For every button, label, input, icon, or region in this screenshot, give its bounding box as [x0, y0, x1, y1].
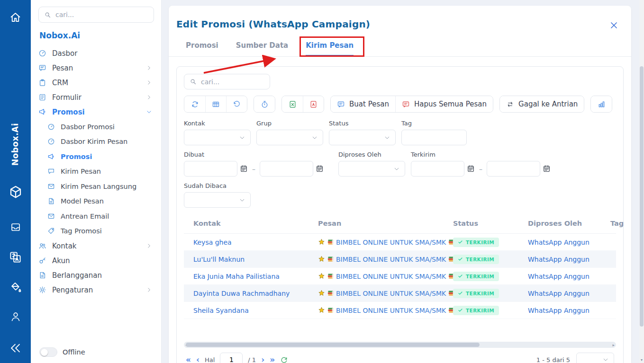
message-cell[interactable]: BIMBEL ONLINE UNTUK SMA/SMK...	[318, 256, 453, 263]
paint-bucket-icon[interactable]	[0, 281, 31, 294]
chevron-down-icon	[602, 356, 609, 363]
sparkle-emoji-icon	[318, 256, 325, 263]
message-cell[interactable]: BIMBEL ONLINE UNTUK SMA/SMK...	[318, 307, 453, 314]
contact-link[interactable]: Lu'Lu'll Maknun	[193, 256, 318, 263]
pdf-icon	[309, 100, 317, 108]
sidebar-item-formulir[interactable]: Formulir	[38, 90, 154, 105]
sidebar-item-kontak[interactable]: Kontak	[38, 239, 154, 253]
sidebar-item-crm[interactable]: CRM	[38, 75, 154, 90]
sidebar-item-pesan[interactable]: Pesan	[38, 61, 154, 75]
scheduler-button[interactable]	[254, 96, 275, 112]
submenu-item-dasbor-promosi[interactable]: Dasbor Promosi	[38, 119, 154, 134]
sidebar-item-akun[interactable]: Akun	[38, 253, 154, 268]
scroll-right-arrow[interactable]: ▸	[612, 342, 615, 348]
submenu-item-model-pesan[interactable]: Model Pesan	[38, 194, 154, 209]
sidebar-item-dasbor[interactable]: Dasbor	[38, 46, 154, 61]
column-header: Kontak	[193, 220, 318, 227]
columns-button[interactable]	[205, 96, 226, 112]
reset-button[interactable]	[226, 96, 247, 112]
reload-icon[interactable]	[280, 356, 288, 363]
message-text: BIMBEL ONLINE UNTUK SMA/SMK	[336, 307, 446, 314]
page-size-select[interactable]	[576, 353, 614, 363]
sidebar-item-berlangganan[interactable]: Berlangganan	[38, 268, 154, 283]
message-cell[interactable]: BIMBEL ONLINE UNTUK SMA/SMK...	[318, 239, 453, 246]
submenu-item-promosi[interactable]: Promosi	[38, 149, 154, 164]
column-header: Pesan	[318, 220, 453, 227]
submenu-item-kirim-pesan-langsung[interactable]: Kirim Pesan Langsung	[38, 179, 154, 194]
tab-sumber-data[interactable]: Sumber Data	[236, 41, 289, 56]
sidebar-item-pengaturan[interactable]: Pengaturan	[38, 283, 154, 297]
last-page-button[interactable]: »	[270, 356, 275, 363]
processed-by-link[interactable]: WhatsApp Anggun	[528, 273, 610, 280]
table-row[interactable]: Dayinta Duwa RachmadhanyBIMBEL ONLINE UN…	[184, 285, 616, 302]
horizontal-scrollbar-thumb[interactable]	[186, 343, 480, 347]
contact-link[interactable]: Dayinta Duwa Rachmadhany	[193, 290, 318, 297]
hapus-semua-pesan-button[interactable]: Hapus Semua Pesan	[395, 96, 493, 112]
user-icon[interactable]	[0, 311, 31, 322]
terkirim-to-input[interactable]	[487, 161, 540, 177]
home-icon[interactable]	[0, 11, 31, 24]
table-row[interactable]: Eka Junia Maha PailistianaBIMBEL ONLINE …	[184, 268, 616, 285]
page-number-input[interactable]	[220, 353, 243, 363]
calendar-icon[interactable]	[316, 165, 324, 173]
submenu-item-antrean-email[interactable]: Antrean Email	[38, 209, 154, 224]
export-excel-button[interactable]	[282, 96, 303, 112]
refresh-button[interactable]	[184, 96, 205, 112]
calendar-icon[interactable]	[240, 165, 248, 173]
calendar-icon[interactable]	[543, 165, 551, 173]
message-icon	[337, 100, 345, 108]
export-pdf-button[interactable]	[303, 96, 324, 112]
statistics-button[interactable]	[591, 96, 612, 112]
processed-by-link[interactable]: WhatsApp Anggun	[528, 256, 610, 263]
terkirim-from-input[interactable]	[411, 161, 464, 177]
prev-page-button[interactable]: ‹	[196, 356, 200, 363]
processed-by-link[interactable]: WhatsApp Anggun	[528, 290, 610, 297]
vertical-scrollbar-thumb[interactable]	[640, 66, 644, 327]
processed-by-link[interactable]: WhatsApp Anggun	[528, 307, 610, 314]
first-page-button[interactable]: «	[186, 356, 191, 363]
calendar-icon[interactable]	[467, 165, 475, 173]
next-page-button[interactable]: ›	[261, 356, 264, 363]
horizontal-scrollbar[interactable]: ◂ ▸	[184, 342, 616, 348]
submenu-item-dasbor-kirim-pesan[interactable]: Dasbor Kirim Pesan	[38, 134, 154, 150]
gagal-ke-antrian-button[interactable]: Gagal ke Antrian	[500, 96, 584, 112]
chevron-down-icon	[384, 134, 390, 141]
filter-diproses-oleh-select[interactable]	[338, 161, 405, 177]
filter-tag-input[interactable]	[401, 130, 467, 145]
sidebar-item-promosi[interactable]: Promosi	[38, 105, 154, 119]
table-row[interactable]: Sheila SyandanaBIMBEL ONLINE UNTUK SMA/S…	[184, 302, 616, 319]
table-search-input[interactable]	[201, 78, 264, 86]
contact-link[interactable]: Sheila Syandana	[193, 307, 318, 314]
dibuat-to-input[interactable]	[260, 161, 313, 177]
offline-toggle[interactable]	[39, 347, 57, 357]
dibuat-from-input[interactable]	[184, 161, 237, 177]
message-cell[interactable]: BIMBEL ONLINE UNTUK SMA/SMK...	[318, 273, 453, 280]
collapse-sidebar-icon[interactable]	[0, 342, 31, 354]
tab-kirim-pesan[interactable]: Kirim Pesan	[306, 41, 354, 56]
inbox-icon[interactable]	[0, 221, 31, 233]
processed-by-link[interactable]: WhatsApp Anggun	[528, 239, 610, 246]
table-search[interactable]	[184, 74, 270, 89]
message-cell[interactable]: BIMBEL ONLINE UNTUK SMA/SMK...	[318, 290, 453, 297]
contact-link[interactable]: Keysa ghea	[193, 239, 318, 246]
filter-sudah-dibaca-select[interactable]	[184, 192, 251, 208]
vertical-scrollbar[interactable]: ▾	[639, 0, 644, 363]
refresh-icon	[191, 100, 199, 108]
table-row[interactable]: Keysa gheaBIMBEL ONLINE UNTUK SMA/SMK...…	[184, 234, 616, 251]
table-row[interactable]: Lu'Lu'll MaknunBIMBEL ONLINE UNTUK SMA/S…	[184, 251, 616, 268]
submenu-item-kirim-pesan[interactable]: Kirim Pesan	[38, 164, 154, 179]
translate-icon[interactable]	[0, 251, 31, 264]
submenu-item-tag-promosi[interactable]: Tag Promosi	[38, 224, 154, 239]
tab-promosi[interactable]: Promosi	[186, 41, 218, 56]
filter-status-select[interactable]	[329, 130, 396, 145]
scroll-down-arrow[interactable]: ▾	[639, 358, 644, 362]
app-rail: Nobox.Ai	[0, 0, 31, 363]
filter-row-3: Sudah Dibaca	[184, 182, 616, 208]
sidebar-search[interactable]	[38, 7, 154, 23]
sidebar-search-input[interactable]	[55, 11, 148, 18]
buat-pesan-button[interactable]: Buat Pesan	[331, 96, 395, 112]
close-icon[interactable]	[609, 21, 618, 30]
filter-kontak-select[interactable]	[184, 130, 251, 145]
contact-link[interactable]: Eka Junia Maha Pailistiana	[193, 273, 318, 280]
filter-grup-select[interactable]	[256, 130, 323, 145]
